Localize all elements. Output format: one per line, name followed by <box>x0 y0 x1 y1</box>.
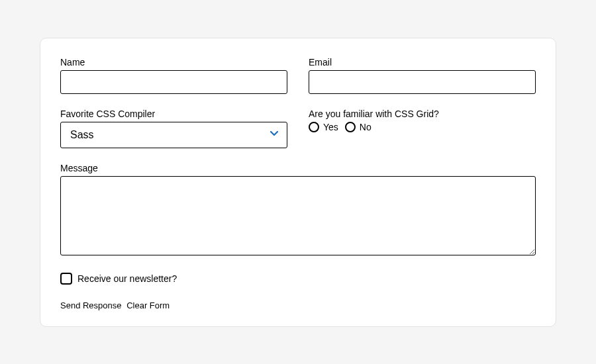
input-email[interactable] <box>309 70 536 94</box>
label-email: Email <box>309 57 536 68</box>
label-name: Name <box>60 57 287 68</box>
select-compiler[interactable]: Sass <box>60 122 287 148</box>
form-actions: Send Response Clear Form <box>60 300 536 310</box>
textarea-message[interactable] <box>60 176 536 255</box>
field-email: Email <box>309 57 536 94</box>
field-newsletter: Receive our newsletter? <box>60 273 536 285</box>
field-grid-familiar: Are you familiar with CSS Grid? Yes No <box>309 109 536 148</box>
radio-group-grid: Yes No <box>309 122 536 132</box>
label-compiler: Favorite CSS Compiler <box>60 109 287 119</box>
field-message: Message <box>60 163 536 258</box>
field-compiler: Favorite CSS Compiler Sass <box>60 109 287 148</box>
label-grid-familiar: Are you familiar with CSS Grid? <box>309 109 536 119</box>
label-message: Message <box>60 163 536 173</box>
form-card: Name Email Favorite CSS Compiler Sass Ar… <box>40 38 556 327</box>
row-name-email: Name Email <box>60 57 536 94</box>
radio-label-no: No <box>360 122 372 132</box>
radio-label-yes: Yes <box>323 122 338 132</box>
clear-button[interactable]: Clear Form <box>126 300 170 310</box>
label-newsletter: Receive our newsletter? <box>77 273 177 284</box>
checkbox-newsletter[interactable] <box>60 273 72 285</box>
input-name[interactable] <box>60 70 287 94</box>
row-compiler-grid: Favorite CSS Compiler Sass Are you famil… <box>60 109 536 148</box>
field-name: Name <box>60 57 287 94</box>
submit-button[interactable]: Send Response <box>60 300 122 310</box>
select-wrap-compiler: Sass <box>60 122 287 148</box>
radio-no[interactable] <box>345 122 356 132</box>
radio-yes[interactable] <box>309 122 319 132</box>
